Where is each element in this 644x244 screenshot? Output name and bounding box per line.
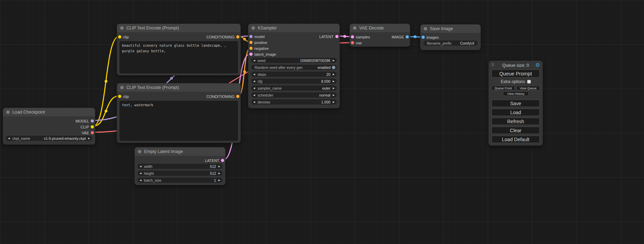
increment-arrow-icon[interactable]: ▶ [88,137,90,139]
collapse-dot-icon[interactable] [353,26,356,30]
input-dot-positive[interactable] [249,41,253,44]
output-dot-conditioning[interactable] [236,35,239,38]
collapse-dot-icon[interactable] [138,150,141,153]
collapse-dot-icon[interactable] [120,26,124,30]
extra-options-checkbox[interactable] [527,80,531,83]
increment-arrow-icon[interactable]: ▶ [333,59,335,62]
node-clip-text-encode-positive[interactable]: CLIP Text Encode (Prompt) clip CONDITION… [117,24,241,75]
collapse-dot-icon[interactable] [6,110,10,114]
increment-arrow-icon[interactable]: ▶ [219,165,220,168]
node-title: VAE Decode [359,26,384,30]
widget-seed[interactable]: ◀ seed 156680208700286 ▶ [251,58,337,63]
widget-value: 20 [326,72,330,76]
input-slot-latent-image: latent_image [248,51,339,57]
slot-label-latent-image: latent_image [254,52,276,56]
output-dot-clip[interactable] [91,125,94,128]
input-dot-model[interactable] [249,35,253,38]
output-dot-image[interactable] [406,35,409,38]
slot-label-latent: LATENT [319,35,334,39]
link-midpoint-dot [414,35,416,38]
queue-front-button[interactable]: Queue Front [492,86,515,90]
output-dot-latent[interactable] [335,35,338,38]
slot-label-clip: CLIP [81,125,89,129]
widget-label: Random seed after every gen [255,65,302,70]
slot-label-vae: VAE [82,131,89,135]
input-dot-latent-image[interactable] [249,53,253,56]
collapse-dot-icon[interactable] [424,27,427,30]
node-load-checkpoint[interactable]: Load Checkpoint MODEL CLIP VAE ◀ ckpt_na… [3,108,95,145]
prompt-textarea[interactable]: beautiful scenery nature glass bottle la… [120,41,238,73]
load-default-button[interactable]: Load Default [492,136,540,143]
increment-arrow-icon[interactable]: ▶ [219,172,220,174]
node-empty-latent-image[interactable]: Empty Latent Image LATENT ◀ width 512 ▶ … [134,147,226,185]
prompt-textarea[interactable]: text, watermark [120,101,238,141]
slot-label-model: MODEL [76,119,89,123]
widget-width[interactable]: ◀ width 512 ▶ [138,164,222,169]
widget-filename-prefix[interactable]: filename_prefix ComfyUI [423,40,478,46]
widget-label: batch_size [144,178,161,182]
increment-arrow-icon[interactable]: ▶ [219,179,220,181]
toggle-dot[interactable] [332,66,335,69]
decrement-arrow-icon[interactable]: ◀ [253,101,255,103]
decrement-arrow-icon[interactable]: ◀ [253,73,255,75]
increment-arrow-icon[interactable]: ▶ [333,87,335,89]
refresh-button[interactable]: Refresh [492,118,540,125]
output-dot-conditioning[interactable] [236,95,239,98]
view-history-button[interactable]: View History [503,91,529,96]
view-queue-button[interactable]: View Queue [517,86,540,90]
save-button[interactable]: Save [492,100,540,107]
slot-label-clip: clip [123,35,129,39]
widget-batch-size[interactable]: ◀ batch_size 1 ▶ [138,178,222,183]
node-title-bar[interactable]: CLIP Text Encode (Prompt) [117,83,240,92]
output-dot-vae[interactable] [91,131,94,134]
decrement-arrow-icon[interactable]: ◀ [253,87,255,89]
node-ksampler[interactable]: KSampler model LATENT positive negative … [248,24,340,108]
node-title-bar[interactable]: Empty Latent Image [135,147,225,156]
input-dot-clip[interactable] [118,95,121,98]
settings-gear-icon[interactable]: ⚙ [536,62,540,67]
node-title-bar[interactable]: Save Image [421,25,480,33]
increment-arrow-icon[interactable]: ▶ [333,94,335,96]
node-clip-text-encode-negative[interactable]: CLIP Text Encode (Prompt) clip CONDITION… [117,83,241,143]
widget-cfg[interactable]: ◀ cfg 8.000 ▶ [251,79,337,84]
output-slot-vae: VAE [3,130,95,136]
decrement-arrow-icon[interactable]: ◀ [140,179,141,181]
decrement-arrow-icon[interactable]: ◀ [253,94,255,96]
output-dot-model[interactable] [91,119,94,123]
increment-arrow-icon[interactable]: ▶ [333,101,335,103]
widget-steps[interactable]: ◀ steps 20 ▶ [251,72,337,77]
input-dot-negative[interactable] [249,47,253,50]
widget-height[interactable]: ◀ height 512 ▶ [138,171,222,176]
clear-button[interactable]: Clear [492,127,540,134]
widget-sampler-name[interactable]: ◀ sampler_name euler ▶ [251,85,337,91]
node-title-bar[interactable]: Load Checkpoint [3,108,95,116]
widget-scheduler[interactable]: ◀ scheduler normal ▶ [251,92,337,98]
decrement-arrow-icon[interactable]: ◀ [253,80,255,82]
node-vae-decode[interactable]: VAE Decode samples IMAGE vae [350,24,410,47]
input-slot-positive: positive [248,39,339,45]
input-dot-clip[interactable] [118,35,121,38]
increment-arrow-icon[interactable]: ▶ [333,73,335,75]
increment-arrow-icon[interactable]: ▶ [333,80,335,82]
widget-ckpt-name[interactable]: ◀ ckpt_name v1-5-pruned-emaonly.ckpt ▶ [6,136,92,141]
input-dot-images[interactable] [422,36,425,39]
queue-prompt-button[interactable]: Queue Prompt [492,70,540,78]
node-title-bar[interactable]: CLIP Text Encode (Prompt) [117,24,240,32]
node-title-bar[interactable]: VAE Decode [350,24,410,32]
collapse-dot-icon[interactable] [252,26,255,30]
widget-denoise[interactable]: ◀ denoise 1.000 ▶ [251,99,337,105]
decrement-arrow-icon[interactable]: ◀ [253,59,255,62]
input-dot-samples[interactable] [351,35,354,38]
input-dot-vae[interactable] [351,41,354,44]
load-button[interactable]: Load [492,109,540,116]
decrement-arrow-icon[interactable]: ◀ [8,137,10,139]
widget-random-seed[interactable]: Random seed after every gen enabled [251,65,337,70]
decrement-arrow-icon[interactable]: ◀ [140,165,141,168]
decrement-arrow-icon[interactable]: ◀ [140,172,141,174]
output-slot-clip: CLIP [3,124,95,130]
collapse-dot-icon[interactable] [120,86,124,89]
node-title: Empty Latent Image [144,149,183,154]
node-title-bar[interactable]: KSampler [248,24,339,32]
output-dot-latent[interactable] [221,159,224,162]
node-save-image[interactable]: Save Image images filename_prefix ComfyU… [420,24,481,50]
